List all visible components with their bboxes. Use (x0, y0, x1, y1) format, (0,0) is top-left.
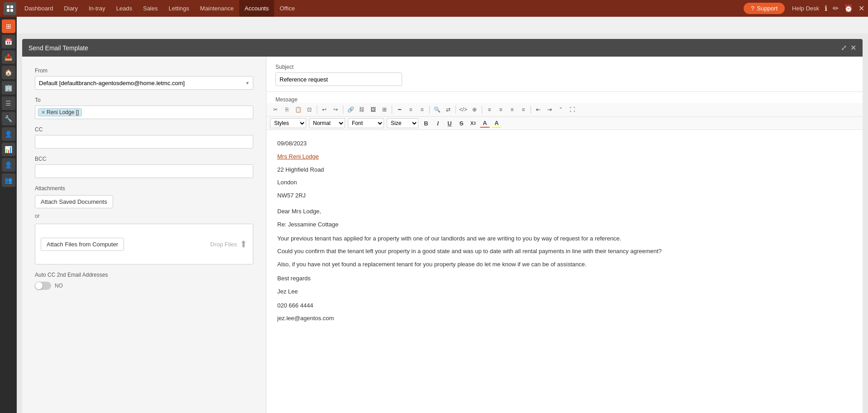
svg-rect-2 (7, 9, 9, 12)
expand-button[interactable]: ⤢ (841, 43, 847, 52)
sidebar-chart[interactable]: 📊 (2, 143, 15, 156)
toolbar-redo[interactable]: ↪ (330, 105, 341, 115)
font-color-button[interactable]: A (480, 119, 490, 128)
drop-files-area[interactable]: Drop Files ⬆ (210, 239, 247, 250)
subscript-button[interactable]: X2 (468, 119, 478, 128)
editor-toolbar-row1: ✂ ⎘ 📋 ⊡ ↩ ↪ 🔗 ⛓ 🖼 ⊞ ━ ≡ ≡ (266, 103, 863, 117)
to-input[interactable]: ✕ Reni Lodge [] (35, 106, 253, 119)
toolbar-image[interactable]: 🖼 (368, 105, 379, 115)
sidebar-house[interactable]: 🏠 (2, 66, 15, 79)
toolbar-paste[interactable]: 📋 (293, 105, 304, 115)
nav-accounts[interactable]: Accounts (239, 0, 274, 17)
toolbar-paste-text[interactable]: ⊡ (304, 105, 315, 115)
email-phone: 020 666 4444 (277, 301, 852, 311)
toolbar-unlink[interactable]: ⛓ (356, 105, 367, 115)
attachments-label: Attachments (35, 185, 253, 192)
toolbar-cut[interactable]: ✂ (270, 105, 281, 115)
clock-icon[interactable]: ⏰ (844, 4, 853, 13)
toolbar-merge[interactable]: ⊕ (469, 105, 480, 115)
toolbar-link[interactable]: 🔗 (345, 105, 356, 115)
email-recipient: Mrs Reni Lodge (277, 152, 852, 162)
toolbar-indent[interactable]: ⇥ (544, 105, 555, 115)
toolbar-sep2 (343, 106, 343, 114)
nav-office[interactable]: Office (274, 0, 300, 17)
bcc-input[interactable] (35, 164, 253, 178)
nav-diary[interactable]: Diary (59, 0, 83, 17)
toolbar-copy[interactable]: ⎘ (281, 105, 292, 115)
cc-group: CC (35, 126, 253, 149)
sidebar-list[interactable]: ☰ (2, 96, 15, 110)
attach-files-button[interactable]: Attach Files from Computer (41, 238, 124, 251)
subject-label: Subject (275, 64, 854, 70)
attach-saved-button[interactable]: Attach Saved Documents (35, 195, 113, 208)
cc-input[interactable] (35, 135, 253, 149)
from-select[interactable]: Default [defaultbranch-agentosdemo@home.… (35, 76, 253, 90)
toolbar-hr[interactable]: ━ (394, 105, 405, 115)
toolbar-fullscreen[interactable]: ⛶ (567, 105, 578, 115)
to-tag[interactable]: ✕ Reni Lodge [] (38, 108, 82, 116)
toolbar-align-center[interactable]: ≡ (495, 105, 506, 115)
toolbar-align-right[interactable]: ≡ (507, 105, 517, 115)
svg-rect-1 (10, 5, 13, 8)
nav-leads[interactable]: Leads (111, 0, 138, 17)
toolbar-source[interactable]: </> (458, 105, 469, 115)
subject-input[interactable] (275, 72, 402, 86)
sidebar-home[interactable]: ⊞ (2, 19, 15, 33)
toolbar-ol[interactable]: ≡ (405, 105, 416, 115)
toggle-state: NO (55, 283, 63, 289)
nav-intray[interactable]: In-tray (83, 0, 111, 17)
format-select[interactable]: Normal (309, 118, 345, 128)
support-button[interactable]: ? Support (744, 3, 785, 14)
edit-icon[interactable]: ✏ (833, 4, 839, 13)
nav-sales[interactable]: Sales (138, 0, 163, 17)
or-divider: or (35, 213, 253, 219)
attachments-section: Attachments Attach Saved Documents or At… (35, 185, 253, 264)
strikethrough-button[interactable]: S (456, 119, 466, 128)
font-select[interactable]: Font (348, 118, 384, 128)
auto-cc-toggle[interactable] (35, 282, 51, 290)
recipient-name-link[interactable]: Mrs Reni Lodge (277, 153, 319, 160)
editor-panel: Subject Message ✂ ⎘ 📋 ⊡ ↩ ↪ 🔗 ⛓ 🖼 (266, 57, 863, 413)
toolbar-replace[interactable]: ⇄ (443, 105, 454, 115)
highlight-button[interactable]: A (492, 119, 502, 128)
italic-button[interactable]: I (433, 119, 443, 128)
sidebar-tools[interactable]: 🔧 (2, 112, 15, 125)
modal-header: Send Email Template ⤢ ✕ (22, 39, 863, 57)
underline-button[interactable]: U (445, 119, 455, 128)
toolbar-ul[interactable]: ≡ (417, 105, 427, 115)
sidebar-group[interactable]: 👥 (2, 173, 15, 187)
bold-button[interactable]: B (421, 119, 431, 128)
email-sender: Jez Lee (277, 287, 852, 297)
toolbar-undo[interactable]: ↩ (319, 105, 330, 115)
sidebar-inbox[interactable]: 📥 (2, 50, 15, 64)
sidebar-calendar[interactable]: 📅 (2, 35, 15, 48)
nav-lettings[interactable]: Lettings (163, 0, 195, 17)
auto-cc-section: Auto CC 2nd Email Addresses NO (35, 272, 253, 290)
size-select[interactable]: Size (387, 118, 418, 128)
auto-cc-label: Auto CC 2nd Email Addresses (35, 272, 253, 278)
nav-dashboard[interactable]: Dashboard (19, 0, 59, 17)
info-icon[interactable]: ℹ (825, 4, 827, 13)
toolbar-justify[interactable]: ≡ (518, 105, 529, 115)
sidebar-people[interactable]: 👤 (2, 127, 15, 141)
toolbar-blockquote[interactable]: " (555, 105, 566, 115)
toolbar-outdent[interactable]: ⇤ (533, 105, 544, 115)
close-icon[interactable]: ✕ (859, 4, 864, 13)
modal-close-button[interactable]: ✕ (850, 43, 856, 52)
tag-remove-icon[interactable]: ✕ (41, 110, 45, 115)
toggle-knob (35, 282, 43, 289)
toolbar-search[interactable]: 🔍 (432, 105, 442, 115)
nav-maintenance[interactable]: Maintenance (194, 0, 239, 17)
sidebar-building[interactable]: 🏢 (2, 81, 15, 95)
toolbar-table[interactable]: ⊞ (379, 105, 390, 115)
email-body2: Could you confirm that the tenant left y… (277, 247, 852, 256)
toolbar-align-left[interactable]: ≡ (484, 105, 495, 115)
styles-select[interactable]: Styles (270, 118, 306, 128)
toolbar-sep6 (482, 106, 482, 114)
email-address1: 22 Highfield Road (277, 165, 852, 175)
sidebar-user[interactable]: 👤 (2, 158, 15, 172)
toggle-wrapper: NO (35, 282, 253, 290)
helpdesk-link[interactable]: Help Desk (792, 5, 819, 12)
drop-zone[interactable]: Attach Files from Computer Drop Files ⬆ (35, 224, 253, 264)
cc-label: CC (35, 126, 253, 133)
